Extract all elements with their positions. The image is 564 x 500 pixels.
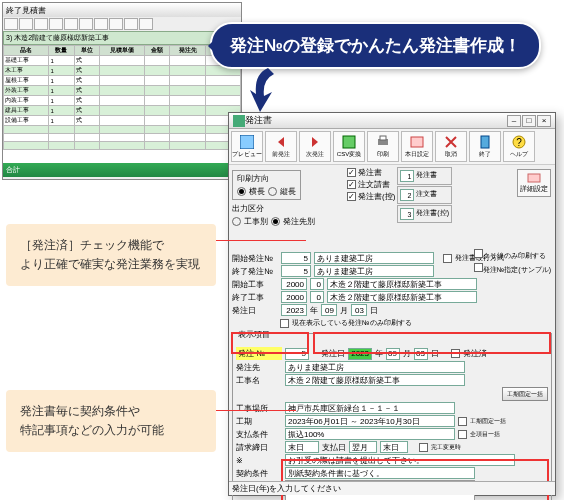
csv-button[interactable]: CSV変換 xyxy=(333,131,365,162)
callout-bubble: 発注№の登録でかんたん発注書作成！ xyxy=(210,22,541,69)
curved-arrow-icon xyxy=(246,64,290,116)
exit-button[interactable]: 終了 xyxy=(469,131,501,162)
table-row: 内装工事1式 xyxy=(4,96,241,106)
annotation-note-2: 発注書毎に契約条件や特記事項などの入力が可能 xyxy=(6,390,216,452)
grid-only-chk[interactable] xyxy=(474,249,483,258)
output-num-3: 3発注書(控) xyxy=(397,205,452,223)
help-button[interactable]: ?ヘルプ xyxy=(503,131,535,162)
table-row: 基礎工事1式 xyxy=(4,56,241,66)
annotation-note-1: ［発注済］チェック機能でより正確で確実な発注業務を実現 xyxy=(6,224,216,286)
prev-order-button[interactable]: 前発注 xyxy=(265,131,297,162)
alt-format-chk[interactable] xyxy=(443,254,452,263)
by-dest-radio[interactable] xyxy=(271,217,280,226)
print-direction-label: 印刷方向 xyxy=(237,173,283,184)
site-input[interactable]: 神戸市兵庫区新緑台１－１－１ xyxy=(285,402,455,414)
output-chk-2[interactable] xyxy=(347,180,356,189)
svg-rect-9 xyxy=(528,174,540,182)
svg-rect-5 xyxy=(411,137,423,147)
svg-text:?: ? xyxy=(516,137,522,148)
toolbar: プレビュー 前発注 次発注 CSV変換 印刷 本日設定 取消 終了 ?ヘルプ xyxy=(229,129,555,165)
table-row: 木工事1式 xyxy=(4,66,241,76)
bg-tb-btn[interactable] xyxy=(19,18,33,30)
bg-tb-btn[interactable] xyxy=(79,18,93,30)
maximize-button[interactable]: □ xyxy=(522,115,536,127)
period-fixed-chk[interactable] xyxy=(458,417,467,426)
contract-input[interactable]: 別紙契約条件書に基づく。 xyxy=(285,467,475,479)
bg-tb-btn[interactable] xyxy=(34,18,48,30)
output-type-label: 出力区分 xyxy=(232,203,278,214)
bg-toolbar xyxy=(3,17,241,31)
start-no-label: 開始発注№ xyxy=(232,253,278,264)
batch-button[interactable]: 工期固定一括 xyxy=(502,387,548,401)
bg-tb-btn[interactable] xyxy=(124,18,138,30)
display-items-label: 表示項目 xyxy=(236,329,272,340)
background-estimate-window: 終了見積書 3) 木造2階建て藤原様邸新築工事 品名数量単位見積単価金額発注先原… xyxy=(2,2,242,180)
completion-chk[interactable] xyxy=(419,443,428,452)
leader-line xyxy=(216,410,296,411)
output-num-1: 1発注書 xyxy=(397,167,452,185)
window-title: 発注書 xyxy=(245,114,506,127)
table-row: 屋根工事1式 xyxy=(4,76,241,86)
bg-window-title: 終了見積書 xyxy=(3,3,241,17)
issue-year-input[interactable]: 2023 xyxy=(348,348,372,360)
all-items-chk[interactable] xyxy=(458,430,467,439)
bg-tb-btn[interactable] xyxy=(4,18,18,30)
bg-tb-btn[interactable] xyxy=(139,18,153,30)
issue-no-input[interactable]: 5 xyxy=(285,348,309,360)
end-no-name: ありま建築工房 xyxy=(314,265,434,277)
app-icon xyxy=(233,115,245,127)
issue-no-label: 発注 № xyxy=(236,347,282,360)
landscape-radio[interactable] xyxy=(237,187,246,196)
output-num-2: 2注文書 xyxy=(397,186,452,204)
settings-icon xyxy=(526,172,542,184)
today-button[interactable]: 本日設定 xyxy=(401,131,433,162)
end-work-label: 終了工事 xyxy=(232,292,278,303)
start-no-input[interactable]: 5 xyxy=(281,252,311,264)
svg-rect-2 xyxy=(343,136,355,148)
end-work-name: 木造２階建て藤原様邸新築工事 xyxy=(327,291,477,303)
cancel-button[interactable]: 取消 xyxy=(435,131,467,162)
start-work-label: 開始工事 xyxy=(232,279,278,290)
period-input[interactable]: 2023年06月01日 ～ 2023年10月30日 xyxy=(285,415,455,427)
table-row: 設備工事1式 xyxy=(4,116,241,126)
work-name-input[interactable]: 木造２階建て藤原様邸新築工事 xyxy=(285,374,465,386)
svg-rect-4 xyxy=(380,136,386,140)
start-work-input[interactable]: 2000 xyxy=(281,278,307,290)
next-order-button[interactable]: 次発注 xyxy=(299,131,331,162)
svg-rect-1 xyxy=(240,135,254,149)
issue-date-label: 発注日 xyxy=(232,305,278,316)
pay-cond-input[interactable]: 振込100% xyxy=(285,428,455,440)
end-no-label: 終了発注№ xyxy=(232,266,278,277)
start-no-name: ありま建築工房 xyxy=(314,252,434,264)
bg-tb-btn[interactable] xyxy=(64,18,78,30)
portrait-radio[interactable] xyxy=(268,187,277,196)
preview-button[interactable]: プレビュー xyxy=(231,131,263,162)
print-button[interactable]: 印刷 xyxy=(367,131,399,162)
order-form-window: 発注書 – □ × プレビュー 前発注 次発注 CSV変換 印刷 本日設定 取消… xyxy=(228,112,556,496)
table-row: 外装工事1式 xyxy=(4,86,241,96)
output-chk-3[interactable] xyxy=(347,192,356,201)
ordered-checkbox[interactable] xyxy=(451,349,460,358)
output-chk-1[interactable] xyxy=(347,168,356,177)
detail-settings-button[interactable]: 詳細設定 xyxy=(517,169,551,197)
minimize-button[interactable]: – xyxy=(507,115,521,127)
end-work-input[interactable]: 2000 xyxy=(281,291,307,303)
bg-grid[interactable]: 品名数量単位見積単価金額発注先原価率 基礎工事1式 木工事1式 屋根工事1式 外… xyxy=(3,45,241,163)
leader-line xyxy=(216,240,306,241)
bg-tb-btn[interactable] xyxy=(49,18,63,30)
svg-rect-6 xyxy=(481,136,489,148)
dest-input[interactable]: ありま建築工房 xyxy=(285,361,465,373)
current-only-chk[interactable] xyxy=(280,319,289,328)
by-work-radio[interactable] xyxy=(232,217,241,226)
statusbar: 発注日(年)を入力してください xyxy=(229,481,555,495)
svg-rect-0 xyxy=(233,115,245,127)
close-button[interactable]: × xyxy=(537,115,551,127)
bill-note-input[interactable]: お引受の際は請書を提出して下さい。 xyxy=(285,454,515,466)
bg-footer: 合計 xyxy=(3,163,241,177)
bg-tb-btn[interactable] xyxy=(94,18,108,30)
sample-chk[interactable] xyxy=(474,263,483,272)
table-row: 建具工事1式 xyxy=(4,106,241,116)
bg-tb-btn[interactable] xyxy=(109,18,123,30)
start-work-name: 木造２階建て藤原様邸新築工事 xyxy=(327,278,477,290)
end-no-input[interactable]: 5 xyxy=(281,265,311,277)
